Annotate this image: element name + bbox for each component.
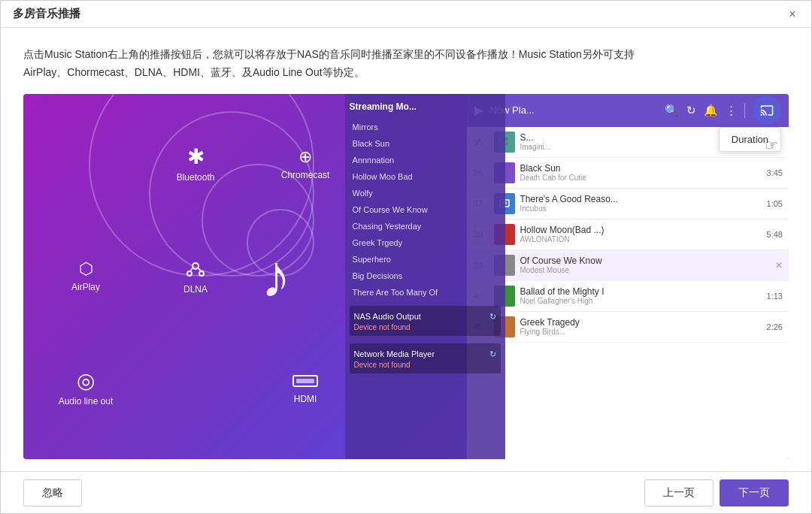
cast-button[interactable] xyxy=(753,96,781,125)
playlist-item-41: 41. Greek Tragedy Flying Birds... 2:26 xyxy=(467,312,789,343)
nas-audio-label: NAS Audio Output xyxy=(354,312,421,321)
playlist-items-list: 35. 🎵 S... Imagini... 36. Black Sun Deat… xyxy=(467,127,789,459)
track-duration-41: 2:26 xyxy=(767,322,783,331)
hdmi-icon: HDMI xyxy=(292,373,319,404)
navigation-buttons: 上一页 下一页 xyxy=(644,479,789,506)
header-actions: 🔍 ↻ 🔔 ⋮ xyxy=(665,96,781,125)
track-name-38: Hollow Moon(Bad ...) xyxy=(520,225,763,235)
playlist-panel: ▶ Now Pla... 🔍 ↻ 🔔 ⋮ xyxy=(467,94,789,459)
bluetooth-icon: ✱ Bluetooth xyxy=(177,147,215,183)
search-icon[interactable]: 🔍 xyxy=(665,104,679,117)
track-duration-37: 1:05 xyxy=(767,199,783,208)
network-media-label: Network Media Player xyxy=(354,349,435,358)
svg-line-3 xyxy=(190,268,192,271)
svg-point-2 xyxy=(199,271,204,276)
playlist-item-39: 39. Of Course We Know Modest Mouse ✕ xyxy=(467,250,789,281)
track-name-37: There's A Good Reaso... xyxy=(520,194,763,204)
playlist-item-37: 37. There's A Good Reaso... Incubus 1:05 xyxy=(467,189,789,219)
description-line2: AirPlay、Chormecast、DLNA、HDMI、蓝牙、及Audio L… xyxy=(23,64,789,82)
stream-item-greek: Greek Trgedy xyxy=(350,237,501,249)
network-refresh-icon: ↻ xyxy=(489,349,496,359)
airplay-icon: ⬡ AirPlay xyxy=(71,261,100,292)
main-window: 多房音乐推播 × 点击Music Station右上角的推播按钮后，您就可以将存… xyxy=(0,0,812,514)
track-name-36: Black Sun xyxy=(520,163,763,174)
svg-point-0 xyxy=(192,263,198,269)
title-bar: 多房音乐推播 × xyxy=(1,1,811,28)
stream-item-course: Of Course We Know xyxy=(350,204,501,216)
stream-item-blacksun: Black Sun xyxy=(350,138,501,150)
chromecast-icon: ⊕ Chromecast xyxy=(281,149,330,180)
track-artist-40: Noel Gallagher's High xyxy=(520,297,763,305)
track-artist-39: Modest Mouse xyxy=(520,266,772,274)
track-artist-37: Incubus xyxy=(520,204,763,213)
next-page-button[interactable]: 下一页 xyxy=(720,479,789,506)
stream-item-mirrors: Mirrors xyxy=(350,121,501,133)
stream-item-super: Superhero xyxy=(350,253,501,265)
main-image-area: ♪ ✱ Bluetooth ⊕ Chromecast ⬡ AirPlay xyxy=(23,94,789,459)
nas-refresh-icon: ↻ xyxy=(489,312,496,322)
network-media-section: Network Media Player ↻ Device not found xyxy=(350,343,501,373)
stream-item-chasing: Chasing Yesterday xyxy=(350,220,501,232)
streaming-title: Streaming Mo... xyxy=(350,101,501,112)
window-title: 多房音乐推播 xyxy=(13,7,80,21)
playlist-item-36: 36. Black Sun Death Cab for Cutie 3:45 xyxy=(467,158,789,189)
refresh-icon[interactable]: ↻ xyxy=(686,104,696,117)
hdmi-symbol xyxy=(292,373,319,389)
track-artist-36: Death Cab for Cutie xyxy=(520,174,763,182)
playlist-item-40: 40. Ballad of the Mighty I Noel Gallaghe… xyxy=(467,281,789,312)
track-duration-38: 5:48 xyxy=(767,230,783,239)
audiolineout-icon: ◎ Audio line out xyxy=(59,370,114,407)
stream-item-toomany: There Are Too Many Of xyxy=(350,286,501,298)
track-duration-36: 3:45 xyxy=(767,168,783,177)
ignore-button[interactable]: 忽略 xyxy=(23,479,82,506)
track-duration-40: 1:13 xyxy=(767,292,783,301)
stream-item-hollow: Hollow Moo Bad xyxy=(350,171,501,183)
streaming-overlay: Streaming Mo... Mirrors Black Sun Annnna… xyxy=(345,94,506,459)
svg-rect-6 xyxy=(296,379,314,383)
bottom-bar: 忽略 上一页 下一页 xyxy=(1,471,811,513)
cast-icon xyxy=(760,104,774,117)
close-button[interactable]: × xyxy=(786,8,799,21)
playlist-header: ▶ Now Pla... 🔍 ↻ 🔔 ⋮ xyxy=(467,94,789,127)
dlna-icon: DLNA xyxy=(183,259,208,295)
track-name-40: Ballad of the Mighty I xyxy=(520,286,763,297)
stream-item-annotation: Annnnation xyxy=(350,154,501,166)
device-icons-area: ✱ Bluetooth ⊕ Chromecast ⬡ AirPlay xyxy=(23,94,368,459)
svg-line-4 xyxy=(198,268,201,271)
track-artist-38: AWLONATION xyxy=(520,235,763,243)
duration-tooltip-text: Duration xyxy=(732,134,768,145)
music-note-icon: ♪ xyxy=(261,242,291,311)
svg-point-1 xyxy=(187,271,192,276)
stream-item-wolfy: Wolfy xyxy=(350,187,501,199)
content-area: 点击Music Station右上角的推播按钮后，您就可以将存放于NAS的音乐同… xyxy=(1,28,811,471)
nas-device-status: Device not found xyxy=(354,323,497,331)
network-device-status: Device not found xyxy=(354,361,497,369)
more-icon[interactable]: ⋮ xyxy=(726,104,737,117)
track-remove-39[interactable]: ✕ xyxy=(775,260,783,271)
alarm-icon[interactable]: 🔔 xyxy=(704,104,718,117)
track-name-41: Greek Tragedy xyxy=(520,317,763,328)
dlna-symbol xyxy=(185,259,206,280)
stream-item-big: Big Decisions xyxy=(350,270,501,282)
playlist-item-38: 38. Hollow Moon(Bad ...) AWLONATION 5:48 xyxy=(467,219,789,250)
nas-audio-section: NAS Audio Output ↻ Device not found xyxy=(350,306,501,336)
track-artist-41: Flying Birds... xyxy=(520,328,763,336)
prev-page-button[interactable]: 上一页 xyxy=(644,479,714,506)
description-block: 点击Music Station右上角的推播按钮后，您就可以将存放于NAS的音乐同… xyxy=(23,46,789,82)
description-line1: 点击Music Station右上角的推播按钮后，您就可以将存放于NAS的音乐同… xyxy=(23,46,789,64)
track-name-39: Of Course We Know xyxy=(520,255,772,266)
cursor-indicator: ☞ xyxy=(765,136,778,154)
